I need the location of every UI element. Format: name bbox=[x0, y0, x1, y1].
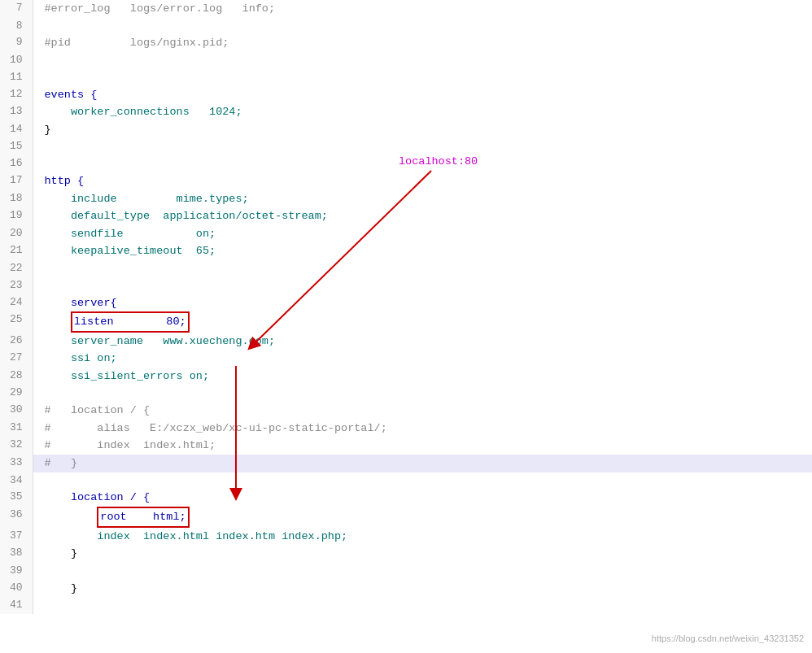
table-row: 28 ssi_silent_errors on; bbox=[0, 368, 812, 385]
table-row: 24 server{ bbox=[0, 294, 812, 312]
line-number: 20 bbox=[0, 225, 33, 243]
line-content: # index index.html; bbox=[33, 437, 812, 455]
table-row: 35 location / { bbox=[0, 489, 812, 507]
line-number: 10 bbox=[0, 52, 33, 69]
line-number: 36 bbox=[0, 507, 33, 528]
line-number: 33 bbox=[0, 455, 33, 472]
line-content: http { bbox=[33, 172, 812, 190]
line-number: 35 bbox=[0, 489, 33, 507]
line-content: sendfile on; bbox=[33, 225, 812, 243]
line-number: 16 bbox=[0, 155, 33, 172]
line-content: index index.html index.htm index.php; bbox=[33, 528, 812, 546]
line-content: server{ bbox=[33, 294, 812, 312]
table-row: 38 } bbox=[0, 545, 812, 563]
line-content: listen 80; bbox=[33, 311, 812, 333]
table-row: 13 worker_connections 1024; bbox=[0, 103, 812, 121]
line-number: 11 bbox=[0, 69, 33, 86]
line-number: 28 bbox=[0, 368, 33, 385]
line-number: 7 bbox=[0, 0, 33, 18]
line-number: 12 bbox=[0, 86, 33, 104]
line-number: 19 bbox=[0, 207, 33, 225]
line-content: server_name www.xuecheng.com; bbox=[33, 333, 812, 350]
table-row: 30# location / { bbox=[0, 402, 812, 420]
line-number: 15 bbox=[0, 138, 33, 155]
table-row: 11 bbox=[0, 69, 812, 86]
code-editor: 7#error_log logs/error.log info;89#pid l… bbox=[0, 0, 812, 653]
table-row: 41 bbox=[0, 597, 812, 614]
line-content bbox=[33, 563, 812, 580]
line-number: 17 bbox=[0, 172, 33, 190]
line-content: root html; bbox=[33, 507, 812, 528]
line-number: 23 bbox=[0, 277, 33, 294]
table-row: 16 bbox=[0, 155, 812, 172]
line-content: # } bbox=[33, 455, 812, 472]
line-content bbox=[33, 597, 812, 614]
line-content: default_type application/octet-stream; bbox=[33, 207, 812, 225]
table-row: 9#pid logs/nginx.pid; bbox=[0, 34, 812, 52]
line-number: 34 bbox=[0, 472, 33, 490]
table-row: 26 server_name www.xuecheng.com; bbox=[0, 333, 812, 350]
line-number: 21 bbox=[0, 242, 33, 260]
line-number: 31 bbox=[0, 420, 33, 438]
line-number: 26 bbox=[0, 333, 33, 350]
line-number: 9 bbox=[0, 34, 33, 52]
table-row: 15 bbox=[0, 138, 812, 155]
line-content: keepalive_timeout 65; bbox=[33, 242, 812, 260]
line-content bbox=[33, 385, 812, 402]
table-row: 22 bbox=[0, 260, 812, 277]
table-row: 23 bbox=[0, 277, 812, 294]
line-number: 40 bbox=[0, 580, 33, 598]
line-number: 39 bbox=[0, 563, 33, 580]
line-content: } bbox=[33, 580, 812, 598]
line-content bbox=[33, 260, 812, 277]
table-row: 17http { bbox=[0, 172, 812, 190]
table-row: 39 bbox=[0, 563, 812, 580]
table-row: 21 keepalive_timeout 65; bbox=[0, 242, 812, 260]
line-number: 30 bbox=[0, 402, 33, 420]
watermark: https://blog.csdn.net/weixin_43231352 bbox=[652, 632, 804, 646]
table-row: 19 default_type application/octet-stream… bbox=[0, 207, 812, 225]
table-row: 36 root html; bbox=[0, 507, 812, 528]
table-row: 18 include mime.types; bbox=[0, 190, 812, 208]
line-number: 41 bbox=[0, 597, 33, 614]
line-content: #pid logs/nginx.pid; bbox=[33, 34, 812, 52]
line-number: 24 bbox=[0, 294, 33, 312]
table-row: 34 bbox=[0, 472, 812, 490]
line-number: 29 bbox=[0, 385, 33, 402]
line-content: # location / { bbox=[33, 402, 812, 420]
table-row: 27 ssi on; bbox=[0, 350, 812, 368]
line-number: 38 bbox=[0, 545, 33, 563]
line-content bbox=[33, 69, 812, 86]
line-content: location / { bbox=[33, 489, 812, 507]
line-content bbox=[33, 155, 812, 172]
line-content: } bbox=[33, 121, 812, 139]
table-row: 8 bbox=[0, 18, 812, 35]
table-row: 7#error_log logs/error.log info; bbox=[0, 0, 812, 18]
line-number: 18 bbox=[0, 190, 33, 208]
line-content: events { bbox=[33, 86, 812, 104]
table-row: 31# alias E:/xczx_web/xc-ui-pc-static-po… bbox=[0, 420, 812, 438]
table-row: 14} bbox=[0, 121, 812, 139]
line-content bbox=[33, 138, 812, 155]
line-content bbox=[33, 277, 812, 294]
line-content: #error_log logs/error.log info; bbox=[33, 0, 812, 18]
line-number: 37 bbox=[0, 528, 33, 546]
line-number: 8 bbox=[0, 18, 33, 35]
table-row: 32# index index.html; bbox=[0, 437, 812, 455]
table-row: 20 sendfile on; bbox=[0, 225, 812, 243]
line-number: 14 bbox=[0, 121, 33, 139]
table-row: 33# } bbox=[0, 455, 812, 472]
table-row: 25 listen 80; bbox=[0, 311, 812, 333]
line-content: } bbox=[33, 545, 812, 563]
listen-box: listen 80; bbox=[71, 311, 190, 333]
table-row: 40 } bbox=[0, 580, 812, 598]
table-row: 12events { bbox=[0, 86, 812, 104]
line-content bbox=[33, 18, 812, 35]
line-content: ssi_silent_errors on; bbox=[33, 368, 812, 385]
table-row: 37 index index.html index.htm index.php; bbox=[0, 528, 812, 546]
line-number: 13 bbox=[0, 103, 33, 121]
line-content: worker_connections 1024; bbox=[33, 103, 812, 121]
line-number: 32 bbox=[0, 437, 33, 455]
line-content: include mime.types; bbox=[33, 190, 812, 208]
line-content: ssi on; bbox=[33, 350, 812, 368]
